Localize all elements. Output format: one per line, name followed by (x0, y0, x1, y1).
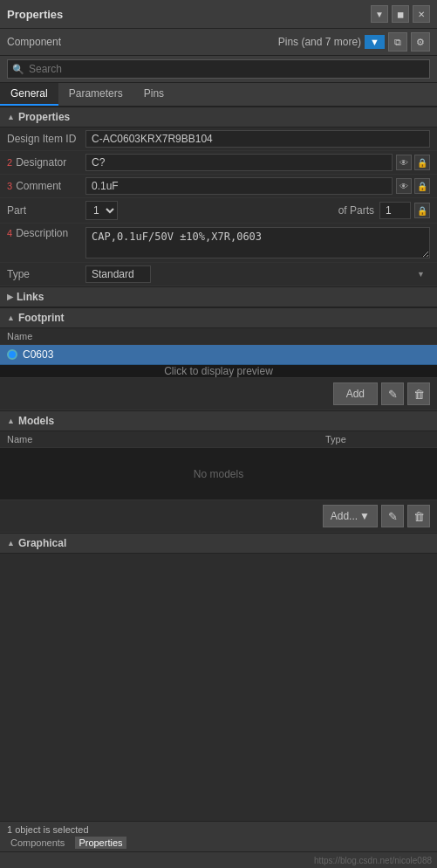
type-select[interactable]: Standard Mechanical Net Tie (85, 265, 151, 283)
settings-icon-btn[interactable]: ⚙ (411, 32, 430, 52)
filter-button[interactable]: ▼ (365, 35, 385, 49)
models-table-header: Name Type (0, 431, 437, 448)
footprint-add-button[interactable]: Add (333, 382, 378, 405)
designator-label: 2 Designator (7, 156, 85, 169)
description-row: 4 Description CAP,0.1uF/50V ±10%,X7R,060… (0, 224, 437, 263)
footprint-col-name: Name (7, 331, 32, 341)
tab-general[interactable]: General (0, 83, 58, 106)
comment-icons: 👁 🔒 (396, 178, 430, 194)
collapse-arrow-footprint[interactable]: ▲ (7, 313, 15, 322)
footprint-preview-text[interactable]: Click to display preview (164, 365, 273, 377)
watermark-text: https://blog.csdn.net/nicole088 (314, 856, 432, 865)
models-col-name: Name (7, 434, 325, 444)
status-tab-components[interactable]: Components (7, 837, 68, 849)
footprint-table-header: Name (0, 328, 437, 345)
collapse-arrow-links[interactable]: ▶ (7, 293, 13, 301)
comment-num: 3 (7, 181, 12, 191)
search-icon: 🔍 (12, 64, 24, 75)
designator-num: 2 (7, 157, 12, 168)
collapse-arrow-graphical[interactable]: ▲ (7, 539, 15, 548)
panel-title: Properties (7, 8, 63, 21)
search-bar: 🔍 (0, 56, 437, 83)
status-bar: 1 object is selected Components Properti… (0, 821, 437, 851)
description-num: 4 (7, 228, 12, 238)
watermark: https://blog.csdn.net/nicole088 (0, 851, 437, 868)
footprint-preview-area[interactable]: Click to display preview (0, 365, 437, 378)
search-input[interactable] (7, 59, 430, 79)
models-section-header: ▲ Models (0, 410, 437, 431)
footprint-delete-button[interactable]: 🗑 (407, 382, 430, 405)
design-item-id-row: Design Item ID (0, 127, 437, 151)
design-item-id-label: Design Item ID (7, 133, 85, 145)
part-select-wrapper: 1 (85, 201, 333, 220)
designator-input[interactable] (85, 154, 393, 171)
footprint-edit-button[interactable]: ✎ (381, 382, 404, 405)
scroll-area: ▲ Properties Design Item ID 2 Designator… (0, 107, 437, 821)
comment-row: 3 Comment 👁 🔒 (0, 175, 437, 198)
part-row: Part 1 of Parts 🔒 (0, 198, 437, 224)
status-tab-properties[interactable]: Properties (75, 837, 126, 849)
models-col-type: Type (325, 434, 430, 444)
designator-icons: 👁 🔒 (396, 155, 430, 170)
tab-parameters[interactable]: Parameters (58, 83, 133, 106)
type-row: Type Standard Mechanical Net Tie ▼ (0, 263, 437, 286)
designator-lock-icon[interactable]: 🔒 (414, 155, 430, 170)
properties-form: Design Item ID 2 Designator 👁 🔒 3 (0, 127, 437, 286)
graphical-section: ▲ Graphical (0, 533, 437, 554)
models-empty-area: No models (0, 448, 437, 500)
part-label: Part (7, 204, 85, 217)
part-lock-icon[interactable]: 🔒 (414, 203, 430, 218)
part-controls: 1 of Parts (85, 201, 411, 220)
footprint-section-header: ▲ Footprint (0, 307, 437, 328)
header-icons: ▼ ◼ ✕ (371, 5, 430, 23)
properties-section-header: ▲ Properties (0, 107, 437, 127)
models-actions: Add... ▼ ✎ 🗑 (0, 500, 437, 533)
models-section: ▲ Models Name Type No models Add... ▼ ✎ … (0, 410, 437, 533)
comment-input[interactable] (85, 177, 393, 195)
status-text: 1 object is selected (7, 824, 430, 835)
close-icon[interactable]: ✕ (413, 5, 430, 23)
description-input[interactable]: CAP,0.1uF/50V ±10%,X7R,0603 (85, 227, 430, 258)
panel-header: Properties ▼ ◼ ✕ (0, 0, 437, 29)
footprint-section: ▲ Footprint Name C0603 Click to display … (0, 307, 437, 410)
of-parts-input[interactable] (379, 202, 411, 219)
models-add-button[interactable]: Add... ▼ (323, 505, 378, 527)
of-parts-label: of Parts (338, 204, 374, 217)
status-tabs: Components Properties (7, 837, 430, 849)
footprint-name: C0603 (23, 348, 53, 361)
links-section-header: ▶ Links (0, 286, 437, 307)
pin-icon[interactable]: ▼ (371, 5, 388, 23)
design-item-id-input[interactable] (85, 130, 430, 148)
part-select[interactable]: 1 (85, 201, 118, 220)
footprint-actions: Add ✎ 🗑 (0, 378, 437, 410)
collapse-arrow-properties[interactable]: ▲ (7, 113, 15, 121)
collapse-arrow-models[interactable]: ▲ (7, 417, 15, 425)
float-icon[interactable]: ◼ (392, 5, 409, 23)
models-delete-button[interactable]: 🗑 (407, 505, 430, 527)
comment-lock-icon[interactable]: 🔒 (414, 178, 430, 194)
tab-pins[interactable]: Pins (133, 83, 174, 106)
copy-icon-btn[interactable]: ⧉ (388, 32, 407, 52)
designator-row: 2 Designator 👁 🔒 (0, 151, 437, 175)
pins-label: Pins (and 7 more) ▼ ⧉ ⚙ (278, 32, 430, 52)
tabs-bar: General Parameters Pins (0, 83, 437, 107)
part-icons: 🔒 (414, 203, 430, 218)
designator-eye-icon[interactable]: 👁 (396, 155, 412, 170)
links-section: ▶ Links (0, 286, 437, 307)
description-label: 4 Description (7, 227, 85, 239)
footprint-list-item[interactable]: C0603 (0, 345, 437, 365)
type-select-wrapper: Standard Mechanical Net Tie ▼ (85, 265, 430, 283)
add-dropdown-arrow: ▼ (359, 510, 370, 522)
properties-panel: Properties ▼ ◼ ✕ Component Pins (and 7 m… (0, 0, 437, 868)
sub-header: Component Pins (and 7 more) ▼ ⧉ ⚙ (0, 29, 437, 56)
component-label: Component (7, 36, 61, 48)
comment-label: 3 Comment (7, 180, 85, 192)
footprint-radio (7, 349, 17, 360)
type-select-arrow: ▼ (417, 270, 425, 279)
filter-icon: ▼ (370, 37, 379, 47)
search-wrapper: 🔍 (7, 59, 430, 79)
graphical-section-header: ▲ Graphical (0, 533, 437, 554)
models-edit-button[interactable]: ✎ (381, 505, 404, 527)
models-empty-text: No models (194, 468, 243, 480)
comment-eye-icon[interactable]: 👁 (396, 178, 412, 194)
